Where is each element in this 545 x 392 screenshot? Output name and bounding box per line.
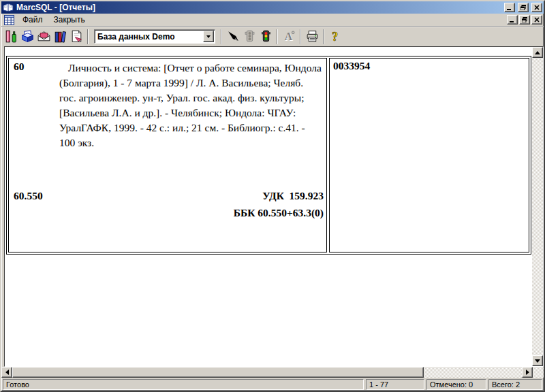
traffic-light-icon[interactable]: [258, 29, 274, 45]
scroll-right-button[interactable]: [522, 367, 533, 378]
record-bbk: ББК 60.550+63.3(0): [234, 207, 324, 219]
restore-button[interactable]: [518, 3, 529, 12]
database-combobox-value: База данных Demo: [95, 32, 203, 42]
menu-close[interactable]: Закрыть: [48, 14, 91, 25]
app-window: MarcSQL - [Отчеты] Файл Закр: [0, 0, 545, 392]
record-description-cell[interactable]: 60 Личность и система: [Отчет о работе с…: [8, 58, 327, 252]
scroll-left-button[interactable]: [1, 367, 12, 378]
record-id: 0033954: [330, 59, 529, 72]
horizontal-scrollbar[interactable]: [1, 367, 544, 378]
envelope-icon[interactable]: [35, 29, 52, 45]
status-marked-count: Отмечено: 0: [426, 379, 486, 390]
card-file-icon[interactable]: [19, 29, 35, 45]
traffic-light-disabled-icon: [241, 29, 258, 45]
toolbar-separator: [323, 29, 324, 44]
help-icon[interactable]: ?: [327, 29, 343, 45]
record-left-class: 60.550: [14, 190, 43, 202]
close-button[interactable]: [531, 3, 542, 12]
scroll-down-button[interactable]: [532, 355, 543, 366]
minimize-button[interactable]: [504, 3, 515, 12]
scroll-up-button[interactable]: [532, 47, 543, 58]
font-disabled-icon: A A: [281, 29, 297, 45]
report-client-area: 60 Личность и система: [Отчет о работе с…: [4, 46, 544, 367]
vertical-scrollbar[interactable]: [532, 47, 543, 366]
triangle-left-icon: [5, 370, 9, 375]
status-bar: Готово 1 - 77 Отмечено: 0 Всего: 2: [1, 378, 544, 391]
record-udc: УДК 159.923: [262, 190, 324, 202]
database-combobox[interactable]: База данных Demo: [94, 29, 215, 44]
shelf-icon[interactable]: [3, 29, 19, 45]
triangle-up-icon: [535, 51, 540, 54]
books-icon[interactable]: [52, 29, 68, 45]
child-close-button[interactable]: [531, 15, 542, 24]
pen-icon[interactable]: [225, 29, 241, 45]
toolbar-separator: [277, 29, 278, 44]
app-icon[interactable]: [3, 2, 14, 13]
menu-file[interactable]: Файл: [17, 14, 48, 25]
chevron-down-icon: [206, 35, 211, 38]
title-bar: MarcSQL - [Отчеты]: [1, 1, 544, 14]
window-title: MarcSQL - [Отчеты]: [15, 3, 501, 12]
svg-text:?: ?: [332, 30, 338, 44]
status-total-count: Всего: 2: [488, 379, 542, 390]
triangle-right-icon: [526, 370, 529, 375]
triangle-down-icon: [535, 359, 540, 363]
toolbar-separator: [87, 29, 89, 44]
menu-bar: Файл Закрыть: [1, 14, 544, 26]
report-view: 60 Личность и система: [Отчет о работе с…: [5, 47, 532, 366]
record-id-cell[interactable]: 0033954: [329, 58, 529, 252]
horizontal-scroll-track[interactable]: [424, 367, 522, 378]
scrollbar-corner: [533, 367, 544, 378]
record-row[interactable]: 60 Личность и система: [Отчет о работе с…: [6, 56, 531, 255]
svg-text:A: A: [284, 31, 292, 42]
toolbar-separator: [221, 29, 222, 44]
print-icon[interactable]: [304, 29, 320, 45]
child-minimize-button[interactable]: [507, 15, 518, 24]
combobox-dropdown-button[interactable]: [203, 31, 214, 42]
status-message: Готово: [3, 379, 364, 390]
vertical-scroll-track[interactable]: [532, 58, 543, 355]
report-sheet-icon[interactable]: [68, 29, 84, 45]
record-row-number: 60: [14, 61, 25, 73]
toolbar-separator: [300, 29, 301, 44]
status-range: 1 - 77: [366, 379, 424, 390]
record-description: Личность и система: [Отчет о работе семи…: [9, 59, 326, 150]
report-window-icon[interactable]: [4, 15, 14, 25]
child-restore-button[interactable]: [519, 15, 530, 24]
toolbar: База данных Demo: [1, 26, 544, 46]
horizontal-scroll-thumb[interactable]: [12, 367, 424, 378]
